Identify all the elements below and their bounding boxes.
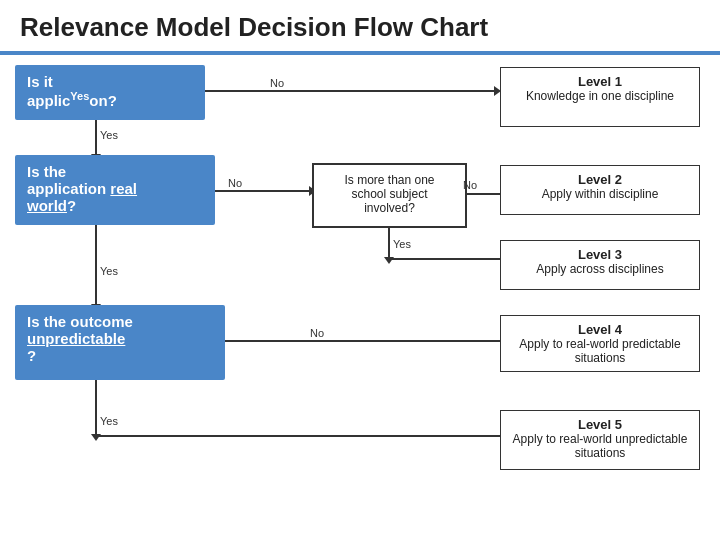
flowchart-area: Is itapplicYeson? No Level 1 Knowledge i… xyxy=(0,55,720,523)
level5-sub: Apply to real-world unpredictable situat… xyxy=(511,432,689,460)
page-title: Relevance Model Decision Flow Chart xyxy=(20,12,700,43)
arrow-q2-yes-v xyxy=(95,225,97,305)
level3-sub: Apply across disciplines xyxy=(511,262,689,276)
arrow-q3-yes-v xyxy=(95,380,97,435)
arrow-q1-yes-v xyxy=(95,120,97,155)
q3-text: Is the outcomeunpredictable? xyxy=(27,313,133,364)
arrow-middle-no xyxy=(467,193,502,195)
yes-label-q2: Yes xyxy=(100,265,118,277)
page-container: Relevance Model Decision Flow Chart Is i… xyxy=(0,0,720,523)
question3-box: Is the outcomeunpredictable? xyxy=(15,305,225,380)
level1-sub: Knowledge in one discipline xyxy=(511,89,689,103)
arrow-q1-no xyxy=(205,90,495,92)
yes-label-q1: Yes xyxy=(100,129,118,141)
no-label-q2: No xyxy=(228,177,242,189)
level1-title: Level 1 xyxy=(511,74,689,89)
level4-box: Level 4 Apply to real-world predictable … xyxy=(500,315,700,372)
middle-q-text: Is more than one school subject involved… xyxy=(344,173,434,215)
level5-box: Level 5 Apply to real-world unpredictabl… xyxy=(500,410,700,470)
no-label-q3: No xyxy=(310,327,324,339)
level3-box: Level 3 Apply across disciplines xyxy=(500,240,700,290)
arrow-q3-no-h xyxy=(225,340,502,342)
question1-box: Is itapplicYeson? xyxy=(15,65,205,120)
header: Relevance Model Decision Flow Chart xyxy=(0,0,720,55)
yes-label-middle: Yes xyxy=(393,238,411,250)
yes-label-q3: Yes xyxy=(100,415,118,427)
level1-box: Level 1 Knowledge in one discipline xyxy=(500,67,700,127)
level2-sub: Apply within discipline xyxy=(511,187,689,201)
level5-title: Level 5 xyxy=(511,417,689,432)
no-label-q1: No xyxy=(270,77,284,89)
level4-sub: Apply to real-world predictable situatio… xyxy=(511,337,689,365)
arrow-q2-no-h xyxy=(215,190,310,192)
level2-box: Level 2 Apply within discipline xyxy=(500,165,700,215)
level4-title: Level 4 xyxy=(511,322,689,337)
q2-text: Is theapplication realworld? xyxy=(27,163,137,214)
arrow-middle-yes-v xyxy=(388,228,390,258)
question2-box: Is theapplication realworld? xyxy=(15,155,215,225)
arrow-yes-level5 xyxy=(97,435,502,437)
level2-title: Level 2 xyxy=(511,172,689,187)
middle-question-box: Is more than one school subject involved… xyxy=(312,163,467,228)
level3-title: Level 3 xyxy=(511,247,689,262)
q1-text: Is itapplicYeson? xyxy=(27,73,117,109)
no-label-middle: No xyxy=(463,179,477,191)
arrow-yes-level3 xyxy=(390,258,502,260)
